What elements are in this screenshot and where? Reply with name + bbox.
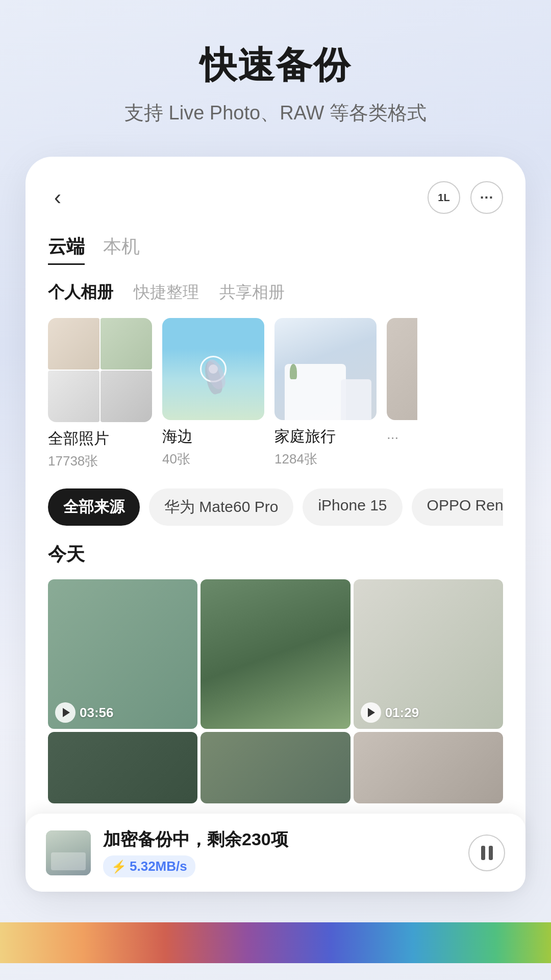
page-header: 快速备份 支持 Live Photo、RAW 等各类格式 <box>0 0 551 146</box>
live-badge <box>200 356 227 382</box>
more-options-button[interactable]: ··· <box>470 181 503 214</box>
pause-icon <box>481 846 493 860</box>
cloud-local-tabs: 云端 本机 <box>48 234 503 265</box>
backup-title: 加密备份中，剩余230项 <box>103 828 456 851</box>
today-photo-grid: 03:56 01:29 <box>48 579 503 729</box>
tab-quick-organize[interactable]: 快捷整理 <box>134 281 199 304</box>
play-button-1[interactable] <box>55 702 76 723</box>
top-bar: ‹ 1L ··· <box>48 181 503 214</box>
album-partial-cover <box>387 318 417 420</box>
source-filter-chips: 全部来源 华为 Mate60 Pro iPhone 15 OPPO Reno <box>48 488 503 526</box>
page-subtitle: 支持 Live Photo、RAW 等各类格式 <box>20 100 531 126</box>
album-family-travel[interactable]: 家庭旅行 1284张 <box>274 318 377 470</box>
album-grid: 全部照片 17738张 海边 40张 <box>48 318 503 470</box>
bottom-photo-2[interactable] <box>201 732 350 803</box>
video-overlay-3: 01:29 <box>354 696 503 729</box>
bottom-photo-3[interactable] <box>354 732 503 803</box>
tab-personal-album[interactable]: 个人相册 <box>48 281 113 304</box>
play-button-3[interactable] <box>361 702 381 723</box>
sort-icon-button[interactable]: 1L <box>428 181 460 214</box>
tab-cloud[interactable]: 云端 <box>48 234 85 265</box>
album-sea-name: 海边 <box>162 426 264 447</box>
album-all-photos-cover <box>48 318 152 422</box>
album-sea[interactable]: 海边 40张 <box>162 318 264 470</box>
lightning-icon: ⚡ <box>111 860 127 874</box>
video-overlay-1: 03:56 <box>48 696 197 729</box>
chip-oppo[interactable]: OPPO Reno <box>412 488 503 526</box>
chip-all-sources[interactable]: 全部来源 <box>48 488 140 526</box>
play-icon-1 <box>63 708 70 717</box>
album-travel-name: 家庭旅行 <box>274 426 377 447</box>
album-travel-cover <box>274 318 377 420</box>
tab-local[interactable]: 本机 <box>103 234 140 265</box>
backup-thumbnail <box>46 830 91 875</box>
album-all-photos[interactable]: 全部照片 17738张 <box>48 318 152 470</box>
album-travel-count: 1284张 <box>274 450 377 468</box>
chip-iphone15[interactable]: iPhone 15 <box>303 488 402 526</box>
video-duration-3: 01:29 <box>385 705 419 721</box>
album-all-photos-count: 17738张 <box>48 452 152 470</box>
pause-button[interactable] <box>468 835 505 871</box>
today-photo-3[interactable]: 01:29 <box>354 579 503 729</box>
album-subtabs: 个人相册 快捷整理 共享相册 <box>48 281 503 304</box>
phone-card: ‹ 1L ··· 云端 本机 个人相册 快捷整理 共享相册 <box>26 157 525 892</box>
video-duration-1: 03:56 <box>80 705 114 721</box>
backup-speed-value: 5.32MB/s <box>130 859 187 874</box>
today-photo-1[interactable]: 03:56 <box>48 579 197 729</box>
album-sea-count: 40张 <box>162 450 264 468</box>
page-title: 快速备份 <box>20 41 531 90</box>
today-photo-2[interactable] <box>201 579 350 729</box>
bottom-photos <box>48 732 503 803</box>
album-partial-count: ... <box>387 426 417 443</box>
tab-shared-album[interactable]: 共享相册 <box>219 281 285 304</box>
today-section-title: 今天 <box>48 542 503 567</box>
top-icons: 1L ··· <box>428 181 503 214</box>
bottom-photo-1[interactable] <box>48 732 197 803</box>
bottom-color-strip <box>0 922 551 963</box>
chip-huawei[interactable]: 华为 Mate60 Pro <box>149 488 293 526</box>
backup-speed: ⚡ 5.32MB/s <box>103 855 195 877</box>
album-partial[interactable]: ... <box>387 318 417 470</box>
backup-info: 加密备份中，剩余230项 ⚡ 5.32MB/s <box>103 828 456 877</box>
album-sea-cover <box>162 318 264 420</box>
album-all-photos-name: 全部照片 <box>48 428 152 449</box>
play-icon-3 <box>368 708 375 717</box>
backup-bar: 加密备份中，剩余230项 ⚡ 5.32MB/s <box>26 814 525 892</box>
back-button[interactable]: ‹ <box>48 181 67 214</box>
